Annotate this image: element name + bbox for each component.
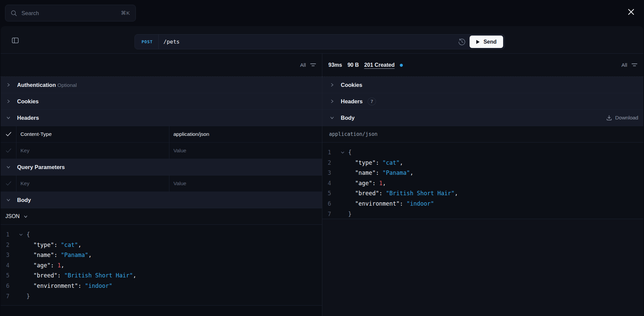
section-query-parameters[interactable]: Query Parameters — [1, 159, 322, 175]
sidebar-toggle-button[interactable] — [10, 36, 20, 45]
code-line: 5 "breed": "British Short Hair", — [1, 270, 322, 281]
search-icon — [11, 10, 17, 16]
section-label: Body — [17, 197, 31, 203]
line-number: 3 — [1, 250, 15, 260]
code-line: 6 "environment": "indoor" — [322, 199, 643, 209]
line-number: 3 — [322, 168, 337, 178]
check-icon — [6, 132, 11, 137]
section-label: Authentication Optional — [17, 82, 77, 88]
section-headers[interactable]: Headers — [1, 110, 322, 126]
line-number: 4 — [1, 260, 15, 271]
history-clock-icon — [458, 38, 466, 46]
send-button[interactable]: Send — [470, 36, 503, 48]
chevron-down-icon — [23, 214, 28, 219]
search-input-container[interactable]: ⌘K — [5, 5, 136, 21]
filter-lines-icon — [310, 63, 316, 67]
request-body-editor[interactable]: 1{2 "type": "cat",3 "name": "Panama",4 "… — [1, 225, 322, 306]
header-key-cell[interactable]: Content-Type — [16, 126, 169, 142]
section-label: Headers — [341, 98, 363, 105]
play-icon — [476, 40, 480, 44]
code-text: "name": "Panama", — [348, 168, 414, 178]
code-line: 7} — [1, 291, 322, 302]
fold-chevron-icon[interactable] — [337, 150, 348, 155]
code-text: "breed": "British Short Hair", — [26, 270, 137, 281]
response-status-group: 93ms 90 B 201 Created — [328, 62, 403, 68]
line-number: 7 — [1, 291, 15, 302]
download-label: Download — [615, 115, 638, 121]
response-duration: 93ms — [328, 62, 342, 68]
line-number: 6 — [322, 199, 337, 209]
response-section-headers[interactable]: Headers 7 — [322, 93, 643, 110]
row-checkbox-checked[interactable] — [1, 126, 16, 142]
close-icon — [627, 8, 635, 16]
line-number: 5 — [1, 270, 15, 281]
section-authentication[interactable]: Authentication Optional — [1, 77, 322, 93]
line-number: 1 — [322, 147, 337, 158]
response-section-body[interactable]: Body Download — [322, 110, 643, 126]
response-status-code[interactable]: 201 Created — [364, 62, 395, 68]
section-body[interactable]: Body — [1, 192, 322, 208]
sidebar-panel-icon — [11, 37, 19, 44]
code-text: "age": 1, — [26, 260, 64, 271]
response-body-viewer[interactable]: 1{2 "type": "cat",3 "name": "Panama",4 "… — [322, 143, 643, 219]
response-filter-button[interactable]: All — [622, 62, 637, 68]
body-type-select[interactable]: JSON — [1, 208, 322, 225]
code-text: { — [348, 147, 352, 158]
code-text: } — [26, 291, 30, 302]
row-checkbox-unchecked[interactable] — [1, 175, 16, 192]
code-line: 7} — [322, 209, 643, 219]
code-text: { — [26, 229, 30, 240]
section-cookies[interactable]: Cookies — [1, 93, 322, 110]
chevron-right-icon — [330, 83, 334, 87]
section-label: Cookies — [17, 98, 39, 105]
workspace: All Authentication Optional Cookies Head… — [1, 54, 643, 316]
chevron-right-icon — [6, 99, 11, 104]
chevron-down-icon — [6, 198, 11, 202]
request-panel: All Authentication Optional Cookies Head… — [1, 54, 322, 316]
header-key-input[interactable]: Key — [16, 143, 169, 159]
code-line: 4 "age": 1, — [322, 178, 643, 189]
chevron-down-icon — [6, 165, 11, 169]
send-button-label: Send — [483, 39, 496, 45]
history-button[interactable] — [457, 37, 467, 47]
url-field[interactable]: /pets — [159, 39, 457, 45]
code-line: 3 "name": "Panama", — [1, 250, 322, 260]
row-checkbox-unchecked[interactable] — [1, 143, 16, 159]
header-value-cell[interactable]: application/json — [169, 126, 322, 142]
search-input[interactable] — [21, 10, 117, 17]
request-filter-button[interactable]: All — [300, 62, 316, 68]
address-bar[interactable]: POST /pets Send — [135, 34, 505, 49]
code-line: 3 "name": "Panama", — [322, 168, 643, 178]
code-line: 5 "breed": "British Short Hair", — [322, 188, 643, 199]
fold-chevron-icon[interactable] — [15, 232, 26, 237]
query-key-input[interactable]: Key — [16, 175, 169, 192]
check-icon — [6, 148, 11, 153]
query-row-empty: Key Value — [1, 175, 322, 192]
query-value-input[interactable]: Value — [169, 175, 322, 192]
code-text: "environment": "indoor" — [26, 281, 112, 291]
section-label: Cookies — [341, 82, 362, 88]
status-dot — [400, 64, 403, 67]
chevron-down-icon — [6, 115, 11, 120]
code-line: 1{ — [1, 229, 322, 240]
response-panel: 93ms 90 B 201 Created All Cookies Header… — [322, 54, 643, 316]
chevron-right-icon — [330, 99, 334, 104]
line-number: 1 — [1, 229, 15, 240]
request-filter-label: All — [300, 62, 306, 68]
code-line: 2 "type": "cat", — [322, 158, 643, 168]
header-row-content-type: Content-Type application/json — [1, 126, 322, 143]
download-button[interactable]: Download — [606, 115, 643, 121]
http-method-badge[interactable]: POST — [135, 39, 158, 44]
line-number: 2 — [322, 158, 337, 168]
close-button[interactable] — [626, 7, 636, 17]
response-size: 90 B — [347, 62, 359, 68]
section-label: Query Parameters — [17, 164, 65, 170]
request-filter-row: All — [1, 54, 322, 77]
section-label: Body — [341, 115, 355, 121]
filter-lines-icon — [632, 63, 637, 67]
response-section-cookies[interactable]: Cookies — [322, 77, 643, 93]
header-value-input[interactable]: Value — [169, 143, 322, 159]
response-filter-label: All — [622, 62, 627, 68]
line-number: 7 — [322, 209, 337, 219]
topbar: ⌘K — [0, 0, 644, 26]
